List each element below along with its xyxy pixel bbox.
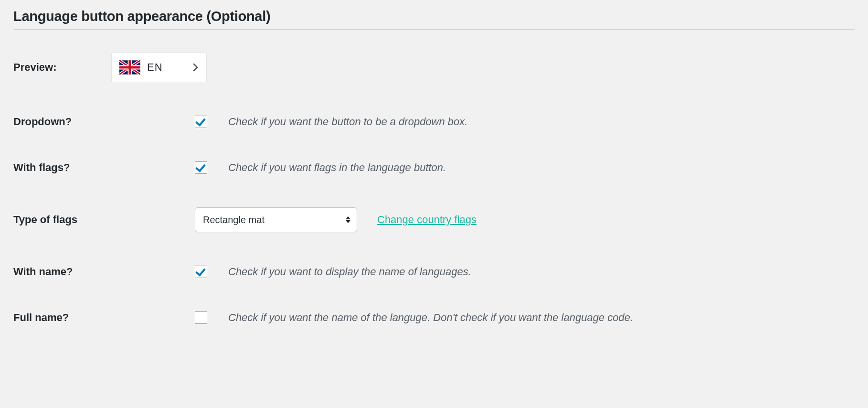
- section-divider: [13, 29, 855, 30]
- uk-flag-icon: [119, 60, 140, 75]
- chevron-right-icon: [179, 63, 199, 72]
- type-of-flags-row: Type of flags Rectangle mat Change count…: [13, 207, 855, 232]
- with-flags-desc: Check if you want flags in the language …: [228, 161, 855, 174]
- with-flags-label: With flags?: [13, 161, 195, 174]
- with-name-desc: Check if you want to display the name of…: [228, 266, 855, 278]
- preview-label: Preview:: [13, 61, 111, 74]
- dropdown-label: Dropdown?: [13, 116, 195, 128]
- full-name-desc: Check if you want the name of the langug…: [228, 311, 855, 324]
- with-flags-row: With flags? Check if you want flags in t…: [13, 161, 855, 174]
- full-name-label: Full name?: [13, 311, 195, 324]
- language-preview-button[interactable]: EN: [111, 53, 207, 82]
- full-name-row: Full name? Check if you want the name of…: [13, 311, 855, 324]
- preview-lang-code: EN: [147, 61, 163, 74]
- type-of-flags-select[interactable]: Rectangle mat: [195, 207, 357, 232]
- type-of-flags-label: Type of flags: [13, 214, 195, 226]
- full-name-checkbox[interactable]: [195, 311, 207, 324]
- dropdown-row: Dropdown? Check if you want the button t…: [13, 116, 855, 128]
- preview-row: Preview: EN: [13, 48, 855, 82]
- dropdown-desc: Check if you want the button to be a dro…: [228, 116, 855, 128]
- with-flags-checkbox[interactable]: [195, 161, 207, 174]
- with-name-label: With name?: [13, 266, 195, 278]
- dropdown-checkbox[interactable]: [195, 116, 207, 128]
- section-heading: Language button appearance (Optional): [13, 9, 855, 24]
- with-name-row: With name? Check if you want to display …: [13, 266, 855, 278]
- with-name-checkbox[interactable]: [195, 266, 207, 278]
- change-country-flags-link[interactable]: Change country flags: [377, 214, 476, 226]
